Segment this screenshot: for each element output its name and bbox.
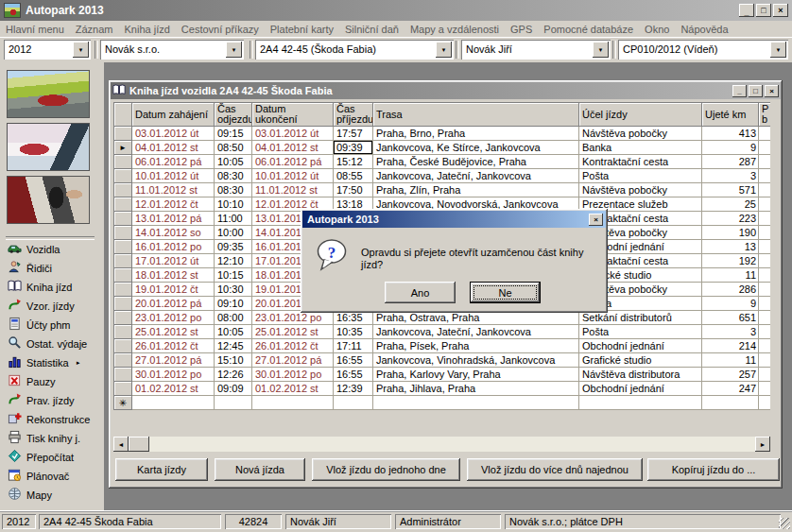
vehicle-combo[interactable]: 2A4 42-45 (Škoda Fabia)▼ [255, 40, 454, 60]
chevron-down-icon[interactable]: ▼ [770, 42, 786, 58]
cell-partial[interactable] [759, 183, 770, 197]
cell-d1[interactable]: 01.02.2012 st [132, 382, 215, 396]
cell-d2[interactable]: 03.01.2012 út [252, 127, 334, 141]
cell-km[interactable]: 287 [702, 155, 759, 169]
cell-t1[interactable]: 09:15 [215, 127, 252, 141]
column-header-datum-ukon-en[interactable]: Datum ukončení [252, 103, 334, 127]
cell-t1[interactable]: 10:15 [215, 268, 252, 283]
cell-d1[interactable]: 06.01.2012 pá [132, 155, 215, 169]
close-button[interactable]: × [773, 4, 788, 17]
menu-item-mapy-a-vzd-lenosti[interactable]: Mapy a vzdálenosti [405, 22, 505, 37]
cell-ucel[interactable]: Návštěva distributora [579, 368, 702, 382]
maximize-button[interactable]: □ [756, 4, 771, 17]
cell-empty[interactable] [215, 396, 252, 410]
cell-km[interactable]: 286 [702, 283, 759, 297]
cell-t1[interactable]: 10:05 [215, 325, 252, 339]
menu-item-kniha-j-zd[interactable]: Kniha jízd [119, 22, 176, 37]
cell-ucel[interactable]: Setkání distributorů [579, 311, 702, 325]
menu-item-gps[interactable]: GPS [505, 22, 538, 37]
cell-ucel[interactable]: Pošta [579, 169, 702, 183]
cell-empty[interactable] [702, 396, 759, 410]
cell-t1[interactable]: 08:30 [215, 169, 252, 183]
cell-empty[interactable] [334, 396, 373, 410]
row-selector[interactable] [114, 254, 132, 268]
cell-trasa[interactable]: Praha, České Budějovice, Praha [373, 155, 579, 169]
cell-partial[interactable] [759, 353, 770, 368]
cell-t2[interactable]: 16:35 [334, 311, 373, 325]
row-selector[interactable] [114, 382, 132, 396]
cell-empty[interactable] [252, 396, 334, 410]
cell-km[interactable]: 11 [702, 268, 759, 283]
sidebar-item-vozidla[interactable]: Vozidla [8, 242, 102, 256]
row-selector[interactable] [114, 183, 132, 197]
cell-t2[interactable]: 17:50 [334, 183, 373, 197]
button-kop-ruj-j-zdu-do[interactable]: Kopíruj jízdu do ... [647, 458, 780, 481]
cell-trasa[interactable]: Praha, Jihlava, Praha [373, 382, 579, 396]
cell-t2[interactable]: 17:57 [334, 127, 373, 141]
company-combo[interactable]: Novák s.r.o.▼ [100, 40, 244, 60]
minimize-button[interactable]: _ [739, 4, 754, 17]
new-row-indicator[interactable]: ✳ [114, 396, 132, 410]
cell-d1[interactable]: 19.01.2012 čt [132, 283, 215, 297]
cell-d2[interactable]: 25.01.2012 st [252, 325, 334, 339]
column-header-trasa[interactable]: Trasa [373, 103, 579, 127]
sidebar-item-pl-nova[interactable]: Plánovač [8, 469, 102, 483]
driver-combo[interactable]: Novák Jiří▼ [461, 40, 611, 60]
cell-partial[interactable] [759, 127, 770, 141]
cell-trasa[interactable]: Praha, Zlín, Praha [373, 183, 579, 197]
row-selector[interactable] [114, 240, 132, 254]
column-header-ujet-km[interactable]: Ujeté km [702, 103, 759, 127]
row-selector[interactable] [114, 169, 132, 183]
row-selector[interactable] [114, 353, 132, 368]
cell-ucel[interactable]: Grafické studio [579, 353, 702, 368]
cell-d1[interactable]: 27.01.2012 pá [132, 353, 215, 368]
cell-partial[interactable] [759, 311, 770, 325]
cell-empty[interactable] [759, 396, 770, 410]
scroll-right-arrow[interactable]: ► [755, 437, 770, 452]
cell-partial[interactable] [759, 141, 770, 155]
row-selector[interactable] [114, 155, 132, 169]
cell-km[interactable]: 13 [702, 240, 759, 254]
cell-d2[interactable]: 11.01.2012 st [252, 183, 334, 197]
button-nov-j-zda[interactable]: Nová jízda [215, 458, 305, 481]
chevron-down-icon[interactable]: ▼ [73, 42, 89, 58]
cell-d2[interactable]: 23.01.2012 po [252, 311, 334, 325]
cell-t1[interactable]: 10:00 [215, 226, 252, 240]
row-selector[interactable] [114, 311, 132, 325]
horizontal-scrollbar[interactable]: ◄ ► [113, 437, 770, 452]
cell-t2[interactable]: 17:11 [334, 339, 373, 353]
cell-km[interactable]: 190 [702, 226, 759, 240]
row-selector[interactable] [114, 226, 132, 240]
cell-t2[interactable]: 16:55 [334, 353, 373, 368]
cell-t1[interactable]: 09:35 [215, 240, 252, 254]
cell-partial[interactable] [759, 155, 770, 169]
cell-t1[interactable]: 12:45 [215, 339, 252, 353]
sidebar-item-ostat-v-daje[interactable]: Ostat. výdaje [8, 336, 102, 351]
scrollbar-thumb[interactable] [129, 437, 149, 452]
cell-km[interactable]: 192 [702, 254, 759, 268]
yes-button[interactable]: Ano [385, 282, 456, 303]
cell-trasa[interactable]: Praha, Karlovy Vary, Praha [373, 368, 579, 382]
cell-trasa[interactable]: Jankovcova, Jateční, Jankovcova [373, 169, 579, 183]
cell-ucel[interactable]: Banka [579, 141, 702, 155]
cell-trasa[interactable]: Praha, Ostrava, Praha [373, 311, 579, 325]
column-header-datum-zah-jen[interactable]: Datum zahájení [132, 103, 215, 127]
cell-d1[interactable]: 13.01.2012 pá [132, 212, 215, 226]
cell-km[interactable]: 214 [702, 339, 759, 353]
cell-t1[interactable]: 12:10 [215, 254, 252, 268]
cell-t2[interactable]: 08:55 [334, 169, 373, 183]
cell-empty[interactable] [373, 396, 579, 410]
cell-partial[interactable] [759, 240, 770, 254]
cell-trasa[interactable]: Praha, Brno, Praha [373, 127, 579, 141]
row-selector[interactable] [114, 339, 132, 353]
cell-d1[interactable]: 26.01.2012 čt [132, 339, 215, 353]
cell-t2[interactable]: 15:12 [334, 155, 373, 169]
sidebar-item-pauzy[interactable]: Pauzy [8, 374, 102, 388]
cell-km[interactable]: 247 [702, 382, 759, 396]
cell-t1[interactable]: 11:00 [215, 212, 252, 226]
button-vlo-j-zdu-do-jednoho-dne[interactable]: Vlož jízdu do jednoho dne [312, 458, 460, 481]
mdi-maximize-button[interactable]: □ [749, 85, 763, 97]
cell-km[interactable]: 257 [702, 368, 759, 382]
cell-km[interactable]: 3 [702, 325, 759, 339]
cell-d2[interactable]: 26.01.2012 čt [252, 339, 334, 353]
